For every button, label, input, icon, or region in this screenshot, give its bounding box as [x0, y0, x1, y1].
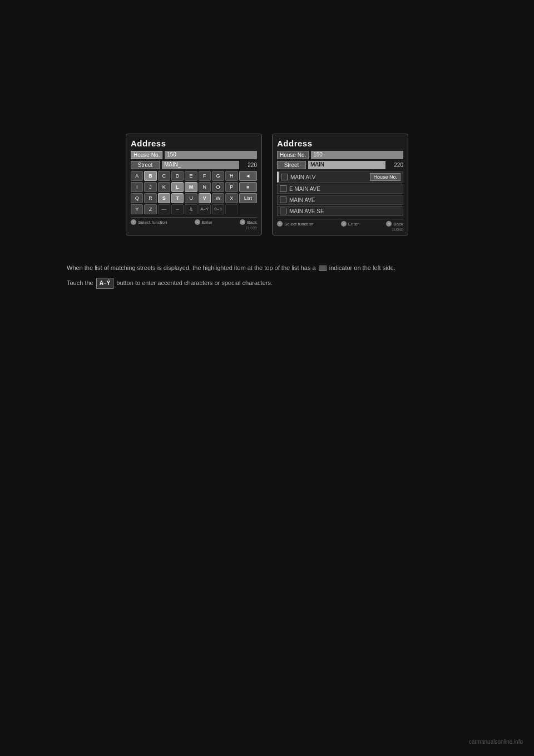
key-A[interactable]: A [131, 171, 143, 181]
street-checkbox-2 [280, 197, 286, 203]
right-select-label: Select function [284, 222, 313, 227]
left-enter-label: Enter [202, 220, 212, 225]
left-street-label[interactable]: Street [131, 161, 160, 169]
right-enter-label: Enter [348, 222, 359, 227]
select-icon: ✦ [131, 219, 136, 225]
screens-row: Address House No. 150 Street MAIN_ 220 A… [126, 134, 408, 235]
right-enter-icon: ● [341, 221, 347, 227]
content-paragraph-2: Touch the A–Ý button to enter accented c… [67, 278, 467, 289]
key-J[interactable]: J [144, 182, 156, 192]
right-street-count: 220 [388, 162, 403, 168]
key-Z[interactable]: Z [144, 204, 156, 214]
left-screen-title: Address [131, 139, 257, 148]
key-09[interactable]: 0–9 [212, 204, 224, 214]
street-name-1: E MAIN AVE [289, 186, 400, 192]
key-D[interactable]: D [171, 171, 184, 181]
key-L[interactable]: L [171, 182, 184, 192]
key-ay[interactable]: A–Ý [199, 204, 211, 214]
key-M[interactable]: M [185, 182, 197, 192]
street-item-1[interactable]: E MAIN AVE [277, 184, 403, 194]
small-rect-icon [319, 266, 327, 271]
left-street-count: 220 [241, 162, 257, 168]
key-city[interactable]: ■ [239, 182, 257, 192]
street-item-3[interactable]: MAIN AVE SE [277, 206, 403, 216]
key-U[interactable]: U [185, 193, 197, 203]
keyboard-row-3: Q R S T U V W X List [131, 193, 257, 203]
key-dash2[interactable]: – [171, 204, 184, 214]
left-address-screen: Address House No. 150 Street MAIN_ 220 A… [126, 134, 262, 235]
key-O[interactable]: O [212, 182, 224, 192]
ay-badge[interactable]: A–Ý [96, 278, 113, 289]
key-dash1[interactable]: — [158, 204, 170, 214]
key-K[interactable]: K [158, 182, 170, 192]
house-no-button[interactable]: House No. [370, 173, 400, 181]
back-icon-left: ◄ [240, 219, 245, 225]
right-screen-title: Address [277, 139, 403, 148]
right-status-bar: ✦ Select function ● Enter ◄ Back [277, 219, 403, 227]
key-N[interactable]: N [199, 182, 211, 192]
right-street-row: Street MAIN 220 [277, 161, 403, 169]
street-list: MAIN ALV House No. E MAIN AVE MAIN AVE M… [277, 171, 403, 216]
page-container: Address House No. 150 Street MAIN_ 220 A… [0, 0, 534, 756]
right-status-back: ◄ Back [386, 221, 403, 227]
street-item-0[interactable]: MAIN ALV House No. [277, 171, 403, 183]
right-house-no-row: House No. 150 [277, 151, 403, 159]
key-V[interactable]: V [199, 193, 211, 203]
right-street-label[interactable]: Street [277, 161, 306, 169]
right-status-enter: ● Enter [341, 221, 359, 227]
left-code-badge: 1U039 [131, 226, 257, 230]
key-backspace[interactable]: ◄ [239, 171, 257, 181]
street-name-3: MAIN AVE SE [289, 208, 400, 214]
key-F[interactable]: F [199, 171, 211, 181]
keyboard-row-4: Y Z — – & A–Ý 0–9 [131, 204, 257, 214]
key-W[interactable]: W [212, 193, 224, 203]
key-Y[interactable]: Y [131, 204, 143, 214]
left-status-bar: ✦ Select function ● Enter ◄ Back [131, 217, 257, 225]
key-X[interactable]: X [225, 193, 238, 203]
right-status-select: ✦ Select function [277, 221, 313, 227]
left-house-no-label[interactable]: House No. [131, 151, 162, 159]
key-H[interactable]: H [225, 171, 238, 181]
street-checkbox-0 [281, 174, 288, 180]
keyboard-row-2: I J K L M N O P ■ [131, 182, 257, 192]
right-house-no-value: 150 [311, 151, 403, 159]
content-paragraph-1: When the list of matching streets is dis… [67, 263, 467, 273]
key-E[interactable]: E [185, 171, 197, 181]
left-status-enter: ● Enter [195, 219, 212, 225]
street-name-0: MAIN ALV [290, 174, 367, 180]
key-Q[interactable]: Q [131, 193, 143, 203]
left-status-select: ✦ Select function [131, 219, 167, 225]
left-house-no-value: 150 [165, 151, 257, 159]
street-checkbox-3 [280, 208, 286, 214]
right-address-screen: Address House No. 150 Street MAIN 220 MA… [272, 134, 408, 235]
watermark: carmanualsonline.info [469, 739, 523, 745]
key-I[interactable]: I [131, 182, 143, 192]
keyboard-row-1: A B C D E F G H ◄ [131, 171, 257, 181]
key-P[interactable]: P [225, 182, 238, 192]
key-S[interactable]: S [158, 193, 170, 203]
right-code-badge: 1U040 [277, 228, 403, 232]
right-back-label: Back [393, 222, 403, 227]
right-street-value: MAIN [308, 161, 385, 169]
content-text: When the list of matching streets is dis… [67, 263, 467, 293]
left-house-no-row: House No. 150 [131, 151, 257, 159]
back-icon-right: ◄ [386, 221, 392, 227]
key-list-span[interactable]: List [239, 193, 257, 203]
right-select-icon: ✦ [277, 221, 283, 227]
left-select-label: Select function [138, 220, 167, 225]
right-house-no-label[interactable]: House No. [277, 151, 309, 159]
left-back-label: Back [247, 220, 257, 225]
key-T[interactable]: T [171, 193, 184, 203]
street-checkbox-1 [280, 185, 286, 192]
key-B[interactable]: B [144, 171, 156, 181]
key-R[interactable]: R [144, 193, 156, 203]
left-street-row: Street MAIN_ 220 [131, 161, 257, 169]
street-item-2[interactable]: MAIN AVE [277, 195, 403, 205]
street-name-2: MAIN AVE [289, 197, 400, 203]
key-ampersand[interactable]: & [185, 204, 197, 214]
key-G[interactable]: G [212, 171, 224, 181]
key-empty [225, 204, 238, 214]
key-C[interactable]: C [158, 171, 170, 181]
enter-icon: ● [195, 219, 200, 225]
left-status-back: ◄ Back [240, 219, 257, 225]
